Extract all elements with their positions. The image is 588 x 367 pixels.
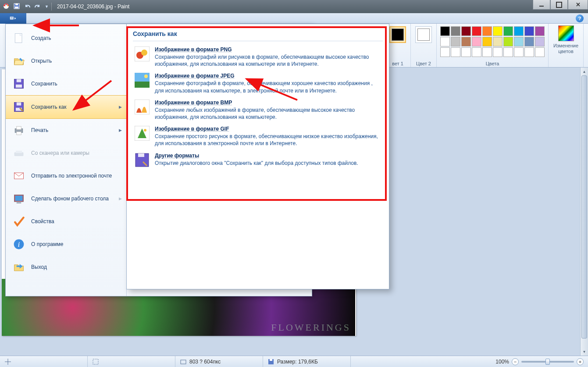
chevron-right-icon: ▶ (119, 196, 122, 201)
palette-swatch[interactable] (451, 37, 460, 46)
zoom-value: 100% (495, 359, 509, 365)
save-as-other[interactable]: Другие форматыОткрытие диалогового окна … (133, 150, 383, 170)
status-filesize: Размер: 179,6КБ (263, 356, 351, 367)
palette-swatch[interactable] (503, 47, 513, 57)
gif-icon (135, 126, 150, 141)
svg-rect-5 (15, 4, 18, 5)
palette-swatch[interactable] (503, 26, 513, 36)
palette-swatch[interactable] (503, 37, 513, 46)
svg-rect-28 (15, 196, 23, 201)
scanner-icon (12, 146, 26, 160)
palette-swatch[interactable] (482, 47, 492, 57)
palette-swatch[interactable] (524, 47, 534, 57)
menu-save[interactable]: Сохранить (6, 72, 126, 95)
palette-swatch[interactable] (440, 37, 450, 46)
save-as-png[interactable]: Изображение в формате PNGСохранение фото… (133, 44, 383, 70)
svg-point-2 (6, 4, 7, 5)
palette-swatch[interactable] (461, 26, 471, 36)
palette-swatch[interactable] (440, 26, 450, 36)
qat-customize-icon[interactable]: ▼ (45, 4, 49, 9)
vertical-scrollbar[interactable]: ▲ ▼ (580, 68, 588, 356)
menu-about[interactable]: i О программе (6, 233, 126, 256)
dimensions-icon (180, 358, 187, 365)
palette-swatch[interactable] (514, 37, 524, 46)
status-cursor-pos (0, 356, 88, 367)
menu-scanner: Со сканера или камеры (6, 142, 126, 164)
palette-swatch[interactable] (461, 47, 471, 57)
svg-rect-36 (135, 82, 150, 88)
ribbon-tabstrip: ? (0, 13, 588, 24)
statusbar: 803 ? 604пкс Размер: 179,6КБ 100% − + (0, 356, 588, 367)
palette-swatch[interactable] (451, 26, 460, 36)
open-folder-icon (12, 54, 26, 68)
save-as-icon (12, 100, 26, 114)
zoom-in-button[interactable]: + (577, 358, 584, 365)
svg-rect-9 (11, 18, 13, 18)
palette-swatch[interactable] (493, 47, 502, 57)
wallpaper-icon (12, 192, 26, 206)
help-button[interactable]: ? (576, 14, 584, 22)
svg-rect-17 (16, 85, 22, 88)
palette-swatch[interactable] (461, 37, 471, 46)
palette-swatch[interactable] (524, 37, 534, 46)
palette-swatch[interactable] (482, 37, 492, 46)
menu-email[interactable]: Отправить по электронной почте (6, 164, 126, 187)
save-as-bmp[interactable]: Изображение в формате BMPСохранение любы… (133, 97, 383, 123)
palette-swatch[interactable] (472, 26, 481, 36)
svg-rect-19 (17, 103, 21, 106)
menu-wallpaper[interactable]: Сделать фоном рабочего стола ▶ (6, 187, 126, 210)
palette-swatch[interactable] (514, 47, 524, 57)
paint-app-icon (3, 3, 10, 11)
palette-swatch[interactable] (493, 37, 502, 46)
palette-swatch[interactable] (472, 47, 481, 57)
close-button[interactable] (568, 0, 588, 10)
palette-swatch[interactable] (514, 26, 524, 36)
qat-redo-icon[interactable] (34, 3, 41, 11)
scroll-down-icon[interactable]: ▼ (581, 348, 588, 356)
titlebar: ▼ 2017-04-02_203606.jpg - Paint (0, 0, 588, 13)
palette-swatch[interactable] (482, 26, 492, 36)
palette-swatch[interactable] (493, 26, 502, 36)
checkmark-icon (12, 214, 26, 228)
save-as-submenu: Сохранить как Изображение в формате PNGС… (126, 24, 389, 289)
jpeg-icon (135, 73, 150, 88)
info-icon: i (12, 237, 26, 251)
file-tab[interactable] (0, 13, 26, 24)
minimize-button[interactable] (533, 0, 550, 10)
svg-rect-16 (17, 79, 21, 82)
menu-print[interactable]: Печать ▶ (6, 119, 126, 142)
save-as-jpeg[interactable]: Изображение в формате JPEGСохранение фот… (133, 70, 383, 96)
palette-swatch[interactable] (535, 37, 545, 46)
menu-new[interactable]: Создать (6, 27, 126, 50)
qat-undo-icon[interactable] (24, 3, 31, 11)
palette-swatch[interactable] (440, 47, 450, 57)
window-title: 2017-04-02_203606.jpg - Paint (57, 4, 129, 10)
zoom-out-button[interactable]: − (512, 358, 519, 365)
qat-save-icon[interactable] (13, 3, 20, 11)
palette-swatch[interactable] (524, 26, 534, 36)
ribbon-edit-colors[interactable]: Изменение цветов (549, 24, 584, 67)
save-as-gif[interactable]: Изображение в формате GIFСохранение прос… (133, 123, 383, 150)
palette-swatch[interactable] (535, 26, 545, 36)
ribbon-color2[interactable]: Цвет 2 (411, 24, 437, 67)
palette-swatch[interactable] (535, 47, 545, 57)
menu-exit[interactable]: Выход (6, 256, 126, 278)
svg-rect-23 (17, 132, 21, 135)
email-icon (12, 169, 26, 183)
menu-open[interactable]: Открыть (6, 50, 126, 72)
svg-rect-43 (138, 153, 144, 157)
crosshair-icon (4, 358, 11, 365)
menu-save-as[interactable]: Сохранить как ▶ (6, 95, 126, 119)
svg-rect-22 (17, 126, 21, 129)
palette-swatch[interactable] (451, 47, 460, 57)
zoom-slider[interactable] (521, 361, 574, 363)
scroll-thumb[interactable] (581, 75, 587, 338)
scroll-up-icon[interactable]: ▲ (581, 68, 588, 75)
new-file-icon (12, 31, 26, 45)
status-selection (88, 356, 175, 367)
palette-swatch[interactable] (472, 37, 481, 46)
printer-icon (12, 123, 26, 137)
chevron-right-icon: ▶ (119, 105, 122, 109)
maximize-button[interactable] (550, 0, 568, 10)
menu-properties[interactable]: Свойства (6, 210, 126, 233)
